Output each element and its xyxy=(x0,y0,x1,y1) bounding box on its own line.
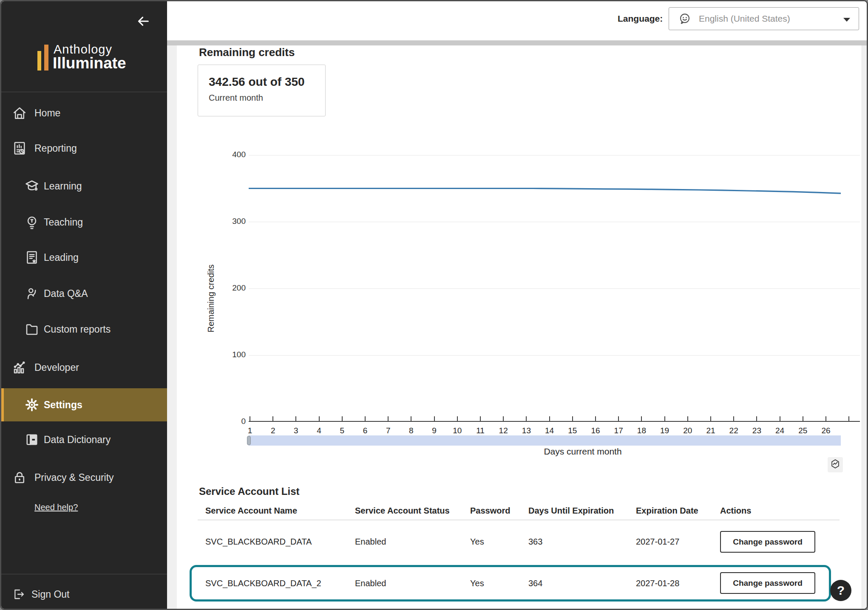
chart-x-tick-mark xyxy=(756,416,757,421)
sidebar-item-teaching[interactable]: Teaching xyxy=(1,206,167,239)
sidebar-item-label: Privacy & Security xyxy=(34,472,114,483)
chart-x-tick-label: 19 xyxy=(655,426,674,435)
chart-gridline xyxy=(249,222,860,222)
logo-bar-yellow xyxy=(37,51,41,71)
sidebar-item-label: Developer xyxy=(34,362,79,373)
chart-x-tick-mark xyxy=(549,416,550,421)
sidebar-item-developer[interactable]: Developer xyxy=(1,351,167,384)
sidebar-item-learning[interactable]: Learning xyxy=(1,169,167,203)
sidebar-item-custom-reports[interactable]: Custom reports xyxy=(1,313,167,346)
chart-x-tick-mark xyxy=(848,416,849,421)
chevron-down-icon xyxy=(843,18,850,22)
chart-x-tick-mark xyxy=(780,416,780,421)
table-header-divider xyxy=(198,520,840,520)
chart-x-tick-label: 14 xyxy=(540,426,559,435)
chart-gridline xyxy=(249,155,860,155)
chart-x-tick-label: 8 xyxy=(402,426,420,435)
chart-navigator-handle[interactable] xyxy=(247,436,251,445)
settings-icon xyxy=(24,397,40,412)
change-password-button[interactable]: Change password xyxy=(720,531,815,553)
need-help-link[interactable]: Need help? xyxy=(34,503,78,512)
topbar: Language: English (United States) What’s… xyxy=(167,1,867,40)
chart-x-axis-line xyxy=(249,421,860,422)
table-cell: SVC_BLACKBOARD_DATA_2 xyxy=(205,577,321,590)
sidebar-item-label: Data Q&A xyxy=(44,288,88,299)
sidebar-divider-bottom xyxy=(1,574,167,574)
credits-period: Current month xyxy=(209,93,263,103)
home-icon xyxy=(12,105,27,121)
chart-x-tick-mark xyxy=(825,416,826,421)
chart-x-tick-mark xyxy=(342,416,343,421)
chart-x-tick-mark xyxy=(687,416,688,421)
chart-x-tick-mark xyxy=(272,416,273,421)
sidebar-item-privacy-security[interactable]: Privacy & Security xyxy=(1,461,167,494)
chart-navigator-band[interactable] xyxy=(249,435,841,446)
data-dictionary-icon xyxy=(24,432,40,447)
chart-x-tick-label: 26 xyxy=(817,426,835,435)
chart-x-tick-label: 10 xyxy=(448,426,467,435)
chart-x-tick-label: 6 xyxy=(356,426,374,435)
chart-x-tick-mark xyxy=(434,416,435,421)
chart-x-tick-mark xyxy=(595,416,596,421)
chart-context-menu-button[interactable] xyxy=(828,457,843,472)
chart-x-tick-label: 3 xyxy=(286,426,305,435)
sidebar-signout-button[interactable]: Sign Out xyxy=(1,578,167,610)
sidebar-item-label: Home xyxy=(34,107,60,119)
chart-x-tick-mark xyxy=(388,416,389,421)
chart-x-tick-label: 24 xyxy=(771,426,789,435)
sidebar-item-label: Learning xyxy=(44,181,82,192)
chart-x-tick-label: 5 xyxy=(333,426,352,435)
sidebar-collapse-button[interactable] xyxy=(132,12,154,31)
chart-x-tick-label: 23 xyxy=(747,426,766,435)
header-shadow-strip xyxy=(167,40,867,45)
column-header-password: Password xyxy=(470,506,510,516)
change-password-button[interactable]: Change password xyxy=(720,572,815,594)
vertical-scrollbar[interactable] xyxy=(862,45,868,609)
sidebar-item-reporting[interactable]: Reporting xyxy=(1,132,167,165)
table-cell: Yes xyxy=(470,577,484,590)
column-header-expiration-date: Expiration Date xyxy=(636,506,698,516)
language-select[interactable]: English (United States) xyxy=(669,7,859,30)
section-title-service-accounts: Service Account List xyxy=(199,486,300,497)
chart-y-axis-title: Remaining credits xyxy=(206,252,216,345)
chart-x-tick-label: 13 xyxy=(517,426,536,435)
sidebar-item-label: Reporting xyxy=(34,143,77,154)
chart-gridline xyxy=(249,288,860,289)
chart-x-tick-mark xyxy=(803,416,803,421)
chart-x-tick-mark xyxy=(411,416,411,421)
arrow-left-icon xyxy=(135,23,152,30)
chart-x-tick-mark xyxy=(710,416,711,421)
chart-gridline xyxy=(249,355,860,356)
chart-y-tick-label: 400 xyxy=(213,150,246,159)
sidebar-item-home[interactable]: Home xyxy=(1,96,167,130)
privacy-icon xyxy=(12,470,27,485)
chart-x-tick-mark xyxy=(250,416,250,421)
language-globe-icon xyxy=(678,12,691,25)
chart-x-tick-label: 12 xyxy=(494,426,513,435)
help-button[interactable]: ? xyxy=(830,580,851,601)
chart-x-tick-mark xyxy=(733,416,734,421)
table-cell: 363 xyxy=(528,535,542,548)
sidebar-item-leading[interactable]: Leading xyxy=(1,241,167,274)
chart-x-tick-label: 17 xyxy=(609,426,628,435)
column-header-actions: Actions xyxy=(720,506,751,516)
chart-x-tick-mark xyxy=(572,416,573,421)
data-qa-icon xyxy=(24,286,40,301)
chart-x-tick-label: 21 xyxy=(701,426,720,435)
sidebar-item-data-dictionary[interactable]: Data Dictionary xyxy=(1,423,167,456)
table-cell: Yes xyxy=(470,535,484,548)
sidebar-item-settings[interactable]: Settings xyxy=(1,388,167,421)
chart-x-tick-label: 16 xyxy=(586,426,605,435)
remaining-credits-line xyxy=(249,171,841,205)
credits-value: 342.56 out of 350 xyxy=(209,75,305,89)
content-left-gutter xyxy=(167,45,177,609)
hexagon-pulse-icon xyxy=(830,458,841,471)
sidebar-item-label: Custom reports xyxy=(44,324,111,335)
chart-x-tick-label: 11 xyxy=(471,426,490,435)
sidebar-divider xyxy=(1,92,167,92)
column-header-service-account-status: Service Account Status xyxy=(355,506,450,516)
sidebar-item-data-q-a[interactable]: Data Q&A xyxy=(1,277,167,310)
app-window: Anthology Illuminate HomeReportingLearni… xyxy=(0,0,868,610)
sign-out-icon xyxy=(12,587,26,601)
chart-x-tick-mark xyxy=(295,416,296,421)
